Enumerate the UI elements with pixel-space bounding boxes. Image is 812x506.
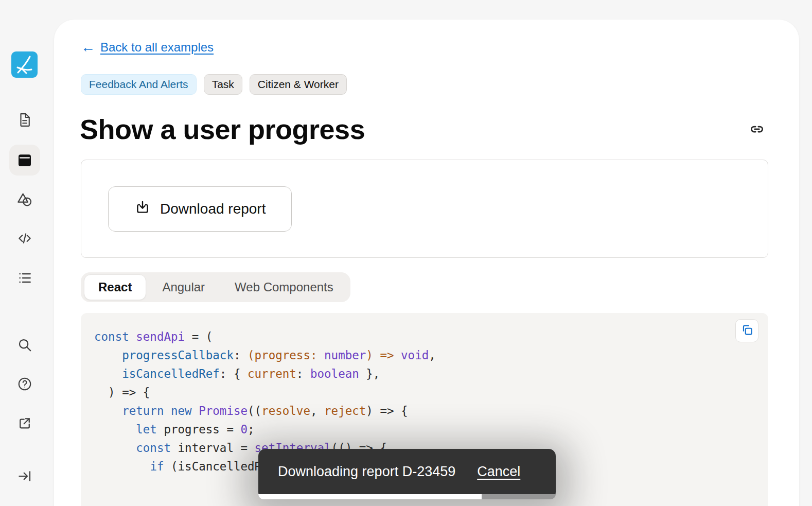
shapes-icon — [16, 191, 33, 208]
tab-web-components[interactable]: Web Components — [221, 275, 347, 300]
tag-citizen-worker[interactable]: Citizen & Worker — [250, 74, 347, 95]
collapse-sidebar-icon — [17, 468, 32, 484]
sidebar-item-search[interactable] — [9, 329, 40, 360]
tag-row: Feedback And Alerts Task Citizen & Worke… — [81, 74, 347, 95]
document-icon — [17, 112, 32, 128]
sidebar-item-help[interactable] — [9, 369, 40, 399]
sidebar-item-examples[interactable] — [9, 145, 40, 176]
list-icon — [16, 270, 33, 286]
download-icon — [134, 199, 151, 219]
download-toast: Downloading report D-23459 Cancel — [258, 449, 556, 499]
tab-react[interactable]: React — [84, 274, 146, 300]
external-link-icon — [17, 415, 32, 431]
sidebar-item-code[interactable] — [9, 223, 40, 254]
sidebar — [0, 0, 54, 506]
download-report-button[interactable]: Download report — [108, 186, 292, 232]
tab-angular[interactable]: Angular — [148, 275, 219, 300]
page-title: Show a user progress — [80, 113, 365, 145]
toast-cancel-button[interactable]: Cancel — [477, 464, 520, 480]
back-link-label: Back to all examples — [100, 40, 214, 55]
sidebar-item-docs[interactable] — [9, 104, 40, 135]
app-window-icon — [16, 152, 33, 168]
copy-icon — [740, 323, 754, 338]
tag-task[interactable]: Task — [204, 74, 242, 95]
live-demo-panel: Download report — [81, 160, 768, 258]
code-icon — [16, 230, 33, 247]
back-arrow-icon: ← — [81, 40, 95, 55]
sidebar-item-changelog[interactable] — [9, 263, 40, 293]
back-to-examples-link[interactable]: ← Back to all examples — [81, 40, 214, 55]
toast-progress-fill — [258, 494, 482, 499]
toast-progress-track — [258, 494, 556, 499]
logo-glyph — [15, 56, 34, 74]
heading-anchor-button[interactable] — [747, 119, 767, 140]
sidebar-item-external[interactable] — [9, 408, 40, 439]
copy-code-button[interactable] — [735, 319, 758, 342]
app-logo[interactable] — [11, 51, 38, 78]
download-button-label: Download report — [160, 201, 266, 217]
search-icon — [17, 337, 32, 353]
help-icon — [17, 376, 32, 392]
toast-message: Downloading report D-23459 — [278, 464, 455, 480]
sidebar-item-components[interactable] — [9, 184, 40, 215]
framework-tabs: React Angular Web Components — [81, 272, 350, 302]
sidebar-collapse-button[interactable] — [9, 461, 40, 492]
link-icon — [748, 120, 766, 139]
tag-feedback-and-alerts[interactable]: Feedback And Alerts — [81, 74, 197, 95]
main-content-card: ← Back to all examples Feedback And Aler… — [54, 20, 799, 506]
